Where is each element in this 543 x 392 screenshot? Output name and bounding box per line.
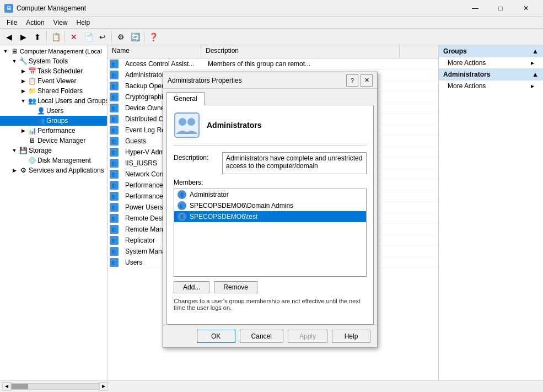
- col-header-description[interactable]: Description: [201, 45, 400, 58]
- actions-administrators-more-arrow: ▸: [531, 82, 534, 90]
- actions-groups-header[interactable]: Groups ▲: [439, 45, 543, 57]
- group-icon: 👥: [110, 60, 119, 68]
- tree-toggle-perf[interactable]: ▶: [19, 126, 28, 135]
- tab-general[interactable]: General: [166, 92, 205, 105]
- tree-toggle-sf[interactable]: ▶: [19, 87, 28, 95]
- actions-administrators-label: Administrators: [443, 71, 490, 78]
- tree-item-device-manager[interactable]: ▶ 🖥 Device Manager: [0, 136, 107, 146]
- forward-button[interactable]: ▶: [17, 30, 30, 44]
- help-button[interactable]: Help: [332, 330, 370, 343]
- scrollbar-thumb[interactable]: [12, 384, 28, 389]
- close-button[interactable]: ✕: [513, 0, 539, 17]
- add-member-button[interactable]: Add...: [174, 281, 209, 293]
- tree-toggle-st[interactable]: ▼: [10, 57, 19, 66]
- tree-item-groups[interactable]: ▶ 👥 Groups: [0, 116, 107, 126]
- tree-toggle-ev[interactable]: ▶: [19, 77, 28, 85]
- scroll-left-arrow[interactable]: ◀: [2, 382, 11, 391]
- toolbar-separator-4: [144, 31, 144, 42]
- minimize-button[interactable]: —: [463, 0, 488, 17]
- toolbar-separator-2: [64, 31, 65, 42]
- back-button[interactable]: ◀: [2, 30, 15, 44]
- tree-item-event-viewer[interactable]: ▶ 📋 Event Viewer: [0, 76, 107, 86]
- toolbar-paste[interactable]: ↩: [96, 30, 109, 44]
- tree-toggle-lu[interactable]: ▼: [19, 96, 28, 105]
- tree-icon-ev: 📋: [28, 77, 36, 85]
- tree-item-services[interactable]: ▶ ⚙ Services and Applications: [0, 165, 107, 175]
- actions-administrators-collapse[interactable]: ▲: [532, 71, 539, 78]
- toolbar-properties[interactable]: ⚙: [114, 30, 127, 44]
- dialog-close-button[interactable]: ✕: [361, 74, 373, 87]
- tree-item-local-users[interactable]: ▼ 👥 Local Users and Groups: [0, 96, 107, 106]
- toolbar-separator-1: [46, 31, 47, 42]
- member-item-administrator[interactable]: 👤 Administrator: [174, 189, 366, 200]
- toolbar-help[interactable]: ❓: [147, 30, 160, 44]
- actions-groups-label: Groups: [443, 47, 467, 55]
- actions-groups-more-label: More Actions: [448, 59, 486, 67]
- up-button[interactable]: ⬆: [31, 30, 44, 44]
- tree-item-system-tools[interactable]: ▼ 🔧 System Tools: [0, 56, 107, 66]
- tree-icon-gr: 👥: [36, 116, 45, 125]
- tree-icon-dm: 🖥: [28, 136, 36, 145]
- actions-administrators-more[interactable]: More Actions ▸: [439, 80, 543, 92]
- menu-help[interactable]: Help: [72, 18, 95, 28]
- ok-button[interactable]: OK: [197, 330, 235, 343]
- tree-icon-svc: ⚙: [19, 166, 28, 175]
- toolbar-cut[interactable]: ✕: [67, 30, 80, 44]
- group-icon: 👥: [110, 93, 119, 101]
- col-header-name[interactable]: Name: [107, 45, 201, 58]
- actions-groups-collapse[interactable]: ▲: [532, 47, 539, 55]
- tree-item-shared-folders[interactable]: ▶ 📁 Shared Folders: [0, 86, 107, 96]
- tree-item-task-scheduler[interactable]: ▶ 📅 Task Scheduler: [0, 66, 107, 76]
- tree-item-disk-management[interactable]: ▶ 💿 Disk Management: [0, 155, 107, 165]
- tree-item-storage[interactable]: ▼ 💾 Storage: [0, 146, 107, 155]
- list-row[interactable]: 👥 Access Control Assist... Members of th…: [107, 58, 438, 69]
- maximize-button[interactable]: □: [488, 0, 513, 17]
- tree-label-st: System Tools: [29, 57, 68, 65]
- group-icon: 👥: [110, 159, 119, 168]
- tree-label-dm: Device Manager: [37, 137, 85, 144]
- actions-groups-more[interactable]: More Actions ▸: [439, 57, 543, 68]
- actions-panel: Groups ▲ More Actions ▸ Administrators ▲…: [438, 45, 543, 380]
- tree-item-performance[interactable]: ▶ 📊 Performance: [0, 126, 107, 136]
- remove-member-button[interactable]: Remove: [214, 281, 257, 293]
- svg-point-1: [179, 118, 186, 126]
- actions-administrators-header[interactable]: Administrators ▲: [439, 68, 543, 80]
- dialog-description-value[interactable]: Administrators have complete and unrestr…: [222, 152, 367, 174]
- menu-action[interactable]: Action: [21, 18, 49, 28]
- group-name: Access Control Assist...: [121, 60, 203, 68]
- tree-toggle-svc[interactable]: ▶: [10, 166, 19, 175]
- toolbar-copy[interactable]: 📄: [82, 30, 95, 44]
- toolbar: ◀ ▶ ⬆ 📋 ✕ 📄 ↩ ⚙ 🔄 ❓: [0, 29, 543, 45]
- show-hide-tree[interactable]: 📋: [49, 30, 62, 44]
- menu-view[interactable]: View: [49, 18, 72, 28]
- menu-file[interactable]: File: [2, 18, 21, 28]
- member-name-administrator: Administrator: [190, 191, 229, 198]
- tree-label-gr: Groups: [46, 117, 68, 125]
- dialog-group-info: Administrators: [174, 112, 367, 146]
- toolbar-refresh[interactable]: 🔄: [128, 30, 142, 44]
- group-icon: 👥: [110, 247, 119, 256]
- group-icon: 👥: [110, 225, 119, 234]
- tree-toggle-cm[interactable]: ▼: [1, 47, 10, 56]
- tree-label-perf: Performance: [37, 127, 76, 135]
- tree-item-users[interactable]: ▶ 👤 Users: [0, 106, 107, 116]
- group-icon: 👥: [110, 203, 119, 212]
- tree-toggle-stor[interactable]: ▼: [10, 146, 19, 155]
- actions-groups-more-arrow: ▸: [531, 59, 534, 67]
- member-item-test[interactable]: 👤 SPECOPSDEMO6\test: [174, 211, 366, 222]
- dialog-members-label: Members:: [174, 179, 367, 186]
- tree-icon-stor: 💾: [19, 146, 28, 155]
- svg-point-2: [187, 118, 195, 126]
- group-icon: 👥: [110, 236, 119, 245]
- group-icon: 👥: [110, 71, 119, 79]
- scroll-right-arrow[interactable]: ▶: [99, 382, 108, 391]
- dialog-title-text: Administrators Properties: [168, 77, 242, 84]
- dialog-members-list[interactable]: 👤 Administrator 👥 SPECOPSDEMO6\Domain Ad…: [174, 189, 367, 277]
- apply-button[interactable]: Apply: [288, 330, 327, 343]
- scrollbar-track[interactable]: [11, 383, 99, 390]
- tree-toggle-ts[interactable]: ▶: [19, 67, 28, 76]
- cancel-button[interactable]: Cancel: [240, 330, 283, 343]
- member-item-domain-admins[interactable]: 👥 SPECOPSDEMO6\Domain Admins: [174, 200, 366, 211]
- tree-item-computer-management[interactable]: ▼ 🖥 Computer Management (Local: [0, 46, 107, 56]
- dialog-help-button[interactable]: ?: [346, 74, 358, 87]
